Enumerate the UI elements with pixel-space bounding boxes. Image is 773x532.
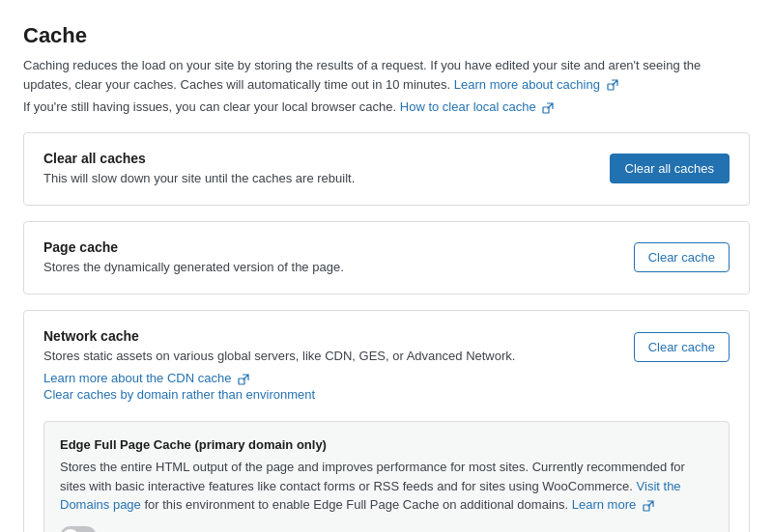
- external-link-icon-1: [607, 79, 618, 91]
- page-cache-card: Page cache Stores the dynamically genera…: [23, 221, 750, 294]
- page-cache-row: Page cache Stores the dynamically genera…: [24, 222, 749, 294]
- edge-toggle[interactable]: [60, 526, 97, 532]
- page-cache-content: Page cache Stores the dynamically genera…: [43, 239, 634, 276]
- network-cache-title: Network cache: [43, 328, 615, 344]
- clear-network-cache-button[interactable]: Clear cache: [634, 332, 730, 362]
- edge-toggle-slider: [60, 526, 97, 532]
- external-link-icon-4: [643, 500, 654, 512]
- page-description-1: Caching reduces the load on your site by…: [23, 56, 750, 94]
- page-cache-desc: Stores the dynamically generated version…: [43, 259, 615, 276]
- clear-page-cache-button[interactable]: Clear cache: [634, 242, 730, 272]
- how-to-clear-local-link[interactable]: How to clear local cache: [400, 99, 555, 114]
- network-cache-card: Network cache Stores static assets on va…: [23, 310, 750, 532]
- external-link-icon-2: [542, 102, 554, 114]
- edge-learn-more-link[interactable]: Learn more: [572, 497, 654, 512]
- learn-cdn-link[interactable]: Learn more about the CDN cache: [43, 371, 615, 385]
- clear-all-title: Clear all caches: [43, 151, 590, 166]
- page-description-2: If you're still having issues, you can c…: [23, 98, 750, 117]
- edge-cache-title: Edge Full Page Cache (primary domain onl…: [60, 437, 713, 452]
- clear-all-caches-card: Clear all caches This will slow down you…: [23, 132, 750, 206]
- edge-cache-desc: Stores the entire HTML output of the pag…: [60, 458, 713, 515]
- clear-domain-link[interactable]: Clear caches by domain rather than envir…: [43, 387, 615, 402]
- external-link-icon-3: [238, 374, 249, 385]
- network-cache-row: Network cache Stores static assets on va…: [24, 311, 749, 421]
- edge-cache-box: Edge Full Page Cache (primary domain onl…: [43, 421, 730, 532]
- network-cache-content: Network cache Stores static assets on va…: [43, 328, 634, 404]
- clear-all-desc: This will slow down your site until the …: [43, 170, 590, 187]
- edge-toggle-row: Off: [60, 526, 713, 532]
- network-cache-links: Learn more about the CDN cache Clear cac…: [43, 371, 615, 402]
- page-cache-title: Page cache: [43, 239, 615, 255]
- clear-all-caches-button[interactable]: Clear all caches: [610, 154, 730, 183]
- clear-all-content: Clear all caches This will slow down you…: [43, 151, 610, 187]
- page-title: Cache: [23, 23, 750, 48]
- network-cache-desc: Stores static assets on various global s…: [43, 348, 615, 365]
- clear-all-row: Clear all caches This will slow down you…: [24, 133, 749, 205]
- learn-more-caching-link[interactable]: Learn more about caching: [454, 77, 618, 92]
